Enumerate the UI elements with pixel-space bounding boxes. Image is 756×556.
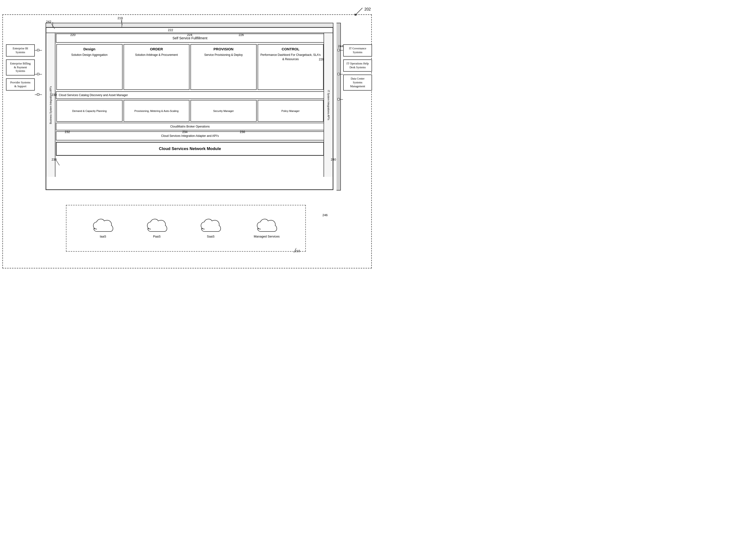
managed-label: Managed Services [254,235,280,238]
biz-integrations-label: Business System Integrations-API's [50,86,52,124]
catalog-bar: Cloud Services Catalog Discovery and Ass… [56,91,324,99]
iaas-item: IaaS [92,218,114,238]
it-operations-box: IT Operations Help Desk Systems [343,60,372,72]
provisioning-label: Provisioning, Metering & Auto-Scaling [134,109,178,112]
policy-label: Policy Manager [281,109,300,112]
paas-item: PaaS [146,218,168,238]
network-bar: Cloud Services Network Module [56,142,324,156]
main-box-top-3d [45,23,333,27]
order-title: ORDER [126,47,187,51]
ref-224: 224 [187,33,192,37]
enterprise-bi-box: Enterprise BI Systems [6,44,35,57]
provisioning-metering-box: Provisioning, Metering & Auto-Scaling [124,100,190,122]
main-box-right-3d [336,23,341,190]
control-title: CONTROL [260,47,321,51]
iaas-cloud-icon [92,218,114,233]
ref-222-bar [46,28,333,33]
it-governance-box: IT Governance Systems [343,44,372,57]
diagram: 202 Enterprise BI Systems Enterprise Bil… [0,0,378,278]
managed-cloud-icon [256,218,277,233]
ref-234: 234 [182,130,188,134]
demand-capacity-box: Demand & Capacity Planning [56,100,123,122]
ref-220: 220 [70,33,75,37]
ref-246: 246 [322,213,328,217]
iaas-label: IaaS [100,235,106,238]
broker-label: CloudMatrix Broker Operations [170,125,210,128]
svg-line-0 [355,8,362,15]
svg-line-4 [56,161,60,165]
saas-label: SaaS [207,235,215,238]
control-module: CONTROL Performance Dashbord For Chargeb… [258,44,324,90]
security-manager-box: Security Manager [191,100,257,122]
it-integrations-bar: IT System Integrations-API's [324,33,333,177]
ref-219-arrow [120,19,125,26]
order-subtitle: Solution Arbitrage & Procurement [135,53,178,57]
broker-bar: CloudMatrix Broker Operations [56,123,324,130]
order-module: ORDER Solution Arbitrage & Procurement [124,44,190,90]
managed-services-item: Managed Services [254,218,280,238]
demand-label: Demand & Capacity Planning [72,109,107,112]
ref-238-arrow [55,160,62,167]
it-integrations-label: IT System Integrations-API's [327,90,330,120]
control-subtitle: Performance Dashbord For Chargeback, SLA… [260,53,321,61]
svg-line-5 [294,248,296,253]
provision-module: PROVISION Service Provisioning & Deploy [191,44,257,90]
paas-cloud-icon [146,218,168,233]
catalog-label: Cloud Services Catalog Discovery and Ass… [59,94,128,97]
policy-manager-box: Policy Manager [258,100,324,122]
provision-title: PROVISION [193,47,254,51]
provider-systems-box: Provider Systems & Support [6,78,35,91]
ref-244: 244 [338,44,343,48]
ref-242-arrow [51,23,58,30]
ref-222: 222 [168,28,173,32]
provision-subtitle: Service Provisioning & Deploy [204,53,243,57]
ref-215-arrow [293,247,300,254]
svg-line-3 [121,21,122,25]
integration-bar: Cloud Services Integration-Adapter and A… [56,131,324,140]
ref-232: 232 [65,130,70,134]
ref-228: 228 [319,58,324,61]
svg-line-2 [52,24,55,29]
network-label: Cloud Services Network Module [159,146,221,151]
left-system-boxes: Enterprise BI Systems Enterprise Billing… [6,44,35,91]
paas-label: PaaS [153,235,161,238]
biz-integrations-bar: Business System Integrations-API's [46,33,56,177]
design-title: Design [59,47,120,51]
ref-230: 230 [52,93,57,97]
ref-240: 240 [331,158,336,161]
integration-label: Cloud Services Integration-Adapter and A… [161,134,219,138]
cloud-services-section: IaaS PaaS SaaS Managed [66,205,306,252]
ops-row: Demand & Capacity Planning Provisioning,… [56,100,324,122]
security-label: Security Manager [213,109,234,112]
cloud-items-row: IaaS PaaS SaaS Managed [66,205,305,251]
data-center-box: Data Center Systems Management [343,74,372,91]
ref-236: 236 [240,130,245,134]
ref-226: 226 [239,33,244,37]
design-module: Design Solution Design Aggregation [56,44,123,90]
enterprise-billing-box: Enterprise Billing & Payment Systems [6,60,35,75]
right-system-boxes: IT Governance Systems IT Operations Help… [343,44,372,91]
saas-item: SaaS [200,218,221,238]
ssf-label: Self Service Fullfillment [172,36,207,40]
saas-cloud-icon [200,218,221,233]
inner-content-area: Self Service Fullfillment Design Solutio… [56,33,324,156]
ref-202: 202 [364,7,371,11]
main-box-front: Business System Integrations-API's IT Sy… [45,27,333,190]
design-subtitle: Solution Design Aggregation [71,53,107,57]
modules-row: Design Solution Design Aggregation ORDER… [56,44,324,90]
